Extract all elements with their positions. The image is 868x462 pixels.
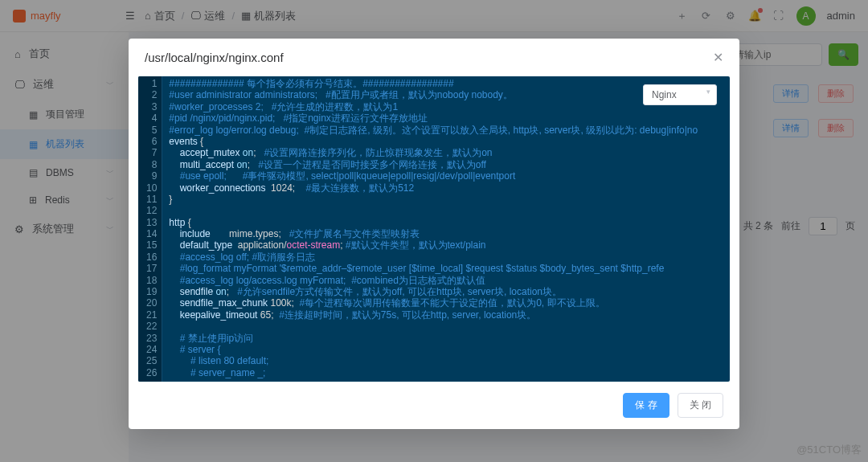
close-button[interactable]: 关 闭 (678, 393, 723, 418)
code-editor[interactable]: Nginx ▾ 12345678910111213141516171819202… (138, 76, 730, 382)
close-icon[interactable]: ✕ (713, 50, 723, 65)
modal-body: Nginx ▾ 12345678910111213141516171819202… (129, 76, 739, 382)
config-editor-modal: /usr/local/nginx/nginx.conf ✕ Nginx ▾ 12… (129, 39, 739, 429)
code-content[interactable]: ############## 每个指令必须有分号结束。#############… (162, 76, 730, 382)
language-select[interactable]: Nginx (643, 84, 717, 105)
modal-footer: 保 存 关 闭 (129, 382, 739, 429)
watermark: @51CTO博客 (796, 443, 862, 457)
save-button[interactable]: 保 存 (623, 393, 669, 418)
line-gutter: 1234567891011121314151617181920212223242… (138, 76, 162, 382)
modal-title: /usr/local/nginx/nginx.conf (145, 51, 284, 64)
modal-backdrop[interactable]: /usr/local/nginx/nginx.conf ✕ Nginx ▾ 12… (0, 0, 868, 462)
modal-header: /usr/local/nginx/nginx.conf ✕ (129, 39, 739, 76)
